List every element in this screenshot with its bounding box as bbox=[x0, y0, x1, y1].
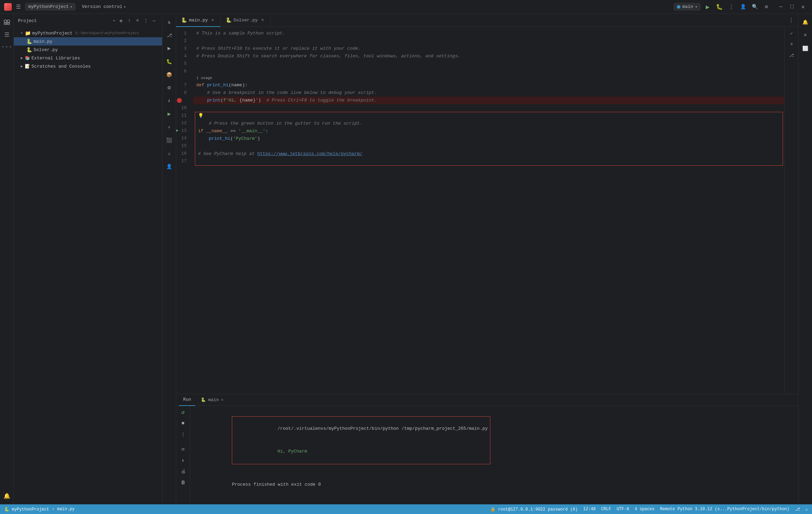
bookmarks-button[interactable]: ⇅ bbox=[164, 17, 175, 28]
run-gutter-icon[interactable]: ▶ bbox=[176, 128, 179, 134]
bottom-tab-run[interactable]: Run bbox=[179, 394, 195, 406]
clear-console-button[interactable]: 🗑 bbox=[178, 478, 188, 487]
close-sidebar-button[interactable]: × bbox=[134, 17, 141, 25]
run-configuration-selector[interactable]: main ▾ bbox=[673, 3, 701, 11]
bottom-tab-main-label: main bbox=[208, 397, 219, 403]
ln-10: 10 bbox=[176, 104, 189, 112]
print-button[interactable]: 🖨 bbox=[178, 467, 188, 476]
python-packages-button[interactable]: 📦 bbox=[164, 69, 175, 80]
left-tool-panel: ⇅ ⎇ ▶ 🐛 📦 ⚙ ⬇ ▶ ⚡ ⬛ ⚠ 👤 bbox=[162, 14, 176, 504]
notifications-button[interactable]: 🔔 bbox=[1, 491, 12, 502]
tree-item-main-py[interactable]: 🐍 main.py bbox=[14, 37, 162, 46]
tab-close-solver-py[interactable]: × bbox=[260, 18, 265, 23]
notifications-panel-button[interactable]: 🔔 bbox=[800, 17, 811, 28]
minimize-window-button[interactable]: — bbox=[776, 2, 786, 12]
tab-label-solver-py: Solver.py bbox=[234, 18, 258, 23]
code-line-2 bbox=[193, 37, 784, 45]
tab-icon-solver-py: 🐍 bbox=[226, 17, 232, 23]
window-controls: — □ ✕ bbox=[776, 2, 808, 12]
console-cmd-text: /root/.virtualenvs/myPythonProject/bin/p… bbox=[277, 426, 488, 431]
status-line-ending[interactable]: CRLF bbox=[601, 507, 611, 512]
database-button[interactable]: ⚡ bbox=[164, 122, 175, 133]
tree-label-main-py: main.py bbox=[34, 39, 53, 44]
version-control-label: Version control bbox=[82, 4, 122, 9]
tree-item-external-libraries[interactable]: ▶ 📚 External Libraries bbox=[14, 54, 162, 62]
ln-5: 5 bbox=[176, 60, 189, 68]
ln-7: 7 bbox=[176, 81, 189, 89]
debug-tool-button[interactable]: 🐛 bbox=[164, 56, 175, 67]
profiler-button[interactable]: ⬛ bbox=[164, 135, 175, 146]
status-indent[interactable]: 4 spaces bbox=[635, 507, 655, 512]
tree-item-solver-py[interactable]: 🐍 Solver.py bbox=[14, 46, 162, 54]
right-panel: 🔔 ≡ ⬜ bbox=[798, 14, 812, 504]
sticky-lines-button[interactable]: ≡ bbox=[800, 30, 811, 41]
console-area[interactable]: /root/.virtualenvs/myPythonProject/bin/p… bbox=[190, 406, 798, 504]
tab-main-py[interactable]: 🐍 main.py × bbox=[176, 14, 221, 27]
more-tool-windows-button[interactable]: ··· bbox=[1, 41, 12, 52]
code-line-6 bbox=[193, 68, 784, 75]
sidebar-minimize-button[interactable]: — bbox=[150, 17, 158, 25]
tab-close-main-py[interactable]: × bbox=[210, 18, 216, 23]
maximize-window-button[interactable]: □ bbox=[787, 2, 797, 12]
gutter-structure-icon[interactable]: ≡ bbox=[787, 39, 796, 49]
sidebar-more-button[interactable]: ⋮ bbox=[142, 17, 150, 25]
bottom-tab-main-close[interactable]: × bbox=[221, 398, 224, 402]
editor-area: 🐍 main.py × 🐍 Solver.py × ⋮ 1 bbox=[176, 14, 798, 394]
settings-button[interactable]: ⚙ bbox=[762, 2, 771, 12]
tree-label-solver-py: Solver.py bbox=[34, 47, 58, 52]
bottom-tab-main[interactable]: 🐍 main × bbox=[197, 394, 227, 406]
terminal-button[interactable]: ⬇ bbox=[164, 95, 175, 106]
close-window-button[interactable]: ✕ bbox=[798, 2, 808, 12]
project-selector[interactable]: myPythonProject ▾ bbox=[25, 3, 76, 11]
tree-item-scratches[interactable]: ▶ 📝 Scratches and Consoles bbox=[14, 62, 162, 70]
ln-15: 15 bbox=[176, 142, 189, 150]
code-line-14: print_hi('PyCharm') bbox=[195, 135, 783, 143]
code-area[interactable]: # This is a sample Python script. # Pres… bbox=[193, 27, 784, 394]
run-button[interactable]: ▶ bbox=[703, 2, 712, 12]
account-button[interactable]: 👤 bbox=[738, 2, 748, 12]
line-numbers: 1 2 3 4 5 6 7 8 9 10 11 bbox=[176, 27, 193, 394]
status-git-icon[interactable]: ⎇ bbox=[795, 507, 800, 512]
structure-tool-window-button[interactable] bbox=[1, 29, 12, 40]
search-everywhere-button[interactable]: 🔍 bbox=[750, 2, 759, 12]
usage-hint: 1 usage bbox=[193, 75, 784, 81]
tab-icon-main-py: 🐍 bbox=[181, 17, 187, 23]
tab-more-button[interactable]: ⋮ bbox=[784, 17, 798, 24]
project-tool-window-button[interactable] bbox=[1, 17, 12, 28]
run-tool-button[interactable]: ▶ bbox=[164, 43, 175, 54]
version-control-selector[interactable]: Version control ▾ bbox=[78, 3, 129, 11]
services-button[interactable]: ▶ bbox=[164, 108, 175, 119]
soft-wrap-button[interactable]: ⟳ bbox=[178, 445, 188, 454]
console-more-button[interactable]: ⋮ bbox=[178, 429, 188, 439]
status-file-name[interactable]: main.py bbox=[57, 507, 74, 512]
tree-arrow-scratches: ▶ bbox=[21, 64, 23, 68]
run-config-label: main bbox=[682, 4, 693, 9]
todo-button[interactable]: 👤 bbox=[164, 161, 175, 172]
status-bar: 🐍 myPythonProject › main.py 🔒 root@127.0… bbox=[0, 504, 812, 514]
svg-rect-1 bbox=[7, 20, 10, 22]
status-project-name[interactable]: 🐍 myPythonProject bbox=[4, 507, 49, 512]
scroll-to-end-button[interactable]: ⬇ bbox=[178, 456, 188, 465]
debug-button[interactable]: 🐛 bbox=[715, 2, 724, 12]
more-actions-button[interactable]: ⋮ bbox=[726, 2, 736, 12]
status-interpreter[interactable]: Remote Python 3.10.12 (s...PythonProject… bbox=[660, 507, 789, 512]
tab-solver-py[interactable]: 🐍 Solver.py × bbox=[221, 14, 271, 27]
git-button[interactable]: ⎇ bbox=[164, 30, 175, 41]
rerun-button[interactable]: ↺ bbox=[178, 407, 188, 417]
tree-item-myPythonProject[interactable]: ▾ 📁 myPythonProject E:\WorkSpace\myPytho… bbox=[14, 29, 162, 37]
indent-rainbow-button[interactable]: ⬜ bbox=[800, 43, 811, 54]
status-encoding[interactable]: UTF-8 bbox=[617, 507, 629, 512]
status-ssh[interactable]: 🔒 root@127.0.0.1:9022 password (6) bbox=[490, 507, 578, 512]
ln-14: 14 bbox=[176, 135, 189, 142]
status-time[interactable]: 12:48 bbox=[583, 507, 596, 512]
bottom-tab-main-icon: 🐍 bbox=[201, 397, 206, 403]
status-warning-icon[interactable]: ⚠ bbox=[805, 507, 808, 512]
hamburger-menu-button[interactable]: ☰ bbox=[15, 2, 22, 12]
problems-button[interactable]: ⚠ bbox=[164, 148, 175, 159]
stop-button[interactable]: ■ bbox=[178, 418, 188, 428]
collapse-all-button[interactable]: ↑ bbox=[125, 17, 133, 25]
gutter-diff-icon[interactable]: ⎇ bbox=[787, 50, 796, 60]
python-console-button[interactable]: ⚙ bbox=[164, 82, 175, 93]
locate-file-button[interactable]: ⊕ bbox=[117, 17, 125, 25]
code-line-7: def print_hi(name): bbox=[193, 81, 784, 89]
